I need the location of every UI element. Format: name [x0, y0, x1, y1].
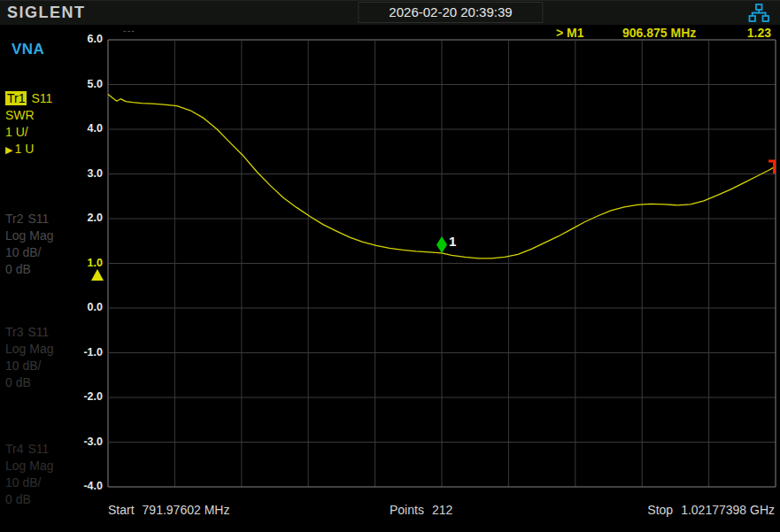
start-label: Start	[108, 503, 135, 517]
timestamp: 2026-02-20 20:39:39	[389, 4, 512, 19]
y-axis-tick-label: 5.0	[50, 78, 103, 90]
trace-sparam: S11	[27, 212, 49, 226]
y-axis-tick-label: 1.0	[50, 257, 103, 269]
app-mode-label: VNA	[12, 41, 44, 58]
brand-logo: SIGLENT	[7, 4, 86, 22]
title-bar: SIGLENT 2026-02-20 20:39:39	[0, 0, 780, 25]
reference-level-indicator[interactable]	[91, 269, 104, 281]
points-label: Points	[390, 503, 424, 517]
trace-id: Tr3	[5, 325, 23, 339]
trace-reference: 0 dB	[5, 374, 104, 391]
y-axis-tick-label: 0.0	[50, 301, 103, 313]
stop-value: 1.02177398 GHz	[681, 503, 775, 517]
trace-id: Tr1	[5, 91, 27, 105]
lan-network-icon[interactable]	[748, 4, 769, 23]
trace-legend-tr4[interactable]: Tr4S11 Log Mag 10 dB/ 0 dB	[5, 441, 104, 508]
trace-status-dashes: ---	[123, 25, 135, 35]
marker-readout-id: > M1	[556, 26, 584, 40]
stop-frequency-field[interactable]: Stop1.02177398 GHz	[647, 503, 775, 517]
trace-sparam: S11	[31, 91, 52, 105]
reference-arrow-icon: ▶	[5, 144, 12, 155]
y-axis-tick-label: 2.0	[50, 212, 103, 224]
trace-sparam: S11	[27, 442, 49, 456]
y-axis-tick-label: 4.0	[50, 122, 103, 135]
y-axis-tick-label: -1.0	[50, 346, 103, 359]
points-value: 212	[432, 503, 452, 517]
trace-id: Tr4	[5, 442, 23, 456]
start-value: 791.97602 MHz	[143, 503, 230, 517]
trace-scale: 10 dB/	[5, 358, 104, 374]
marker-number-label: 1	[449, 234, 456, 249]
trace-format: Log Mag	[5, 458, 104, 474]
trace-reference: 0 dB	[5, 491, 104, 508]
y-axis-tick-label: -2.0	[50, 390, 103, 403]
y-axis-tick-label: -3.0	[50, 436, 103, 448]
y-axis-tick-label: -4.0	[50, 480, 103, 492]
chart-plot-svg: 1	[108, 40, 776, 487]
y-axis-tick-label: 6.0	[50, 33, 103, 45]
stop-label: Stop	[647, 503, 673, 517]
trace-reference: 1 U	[14, 142, 34, 156]
timestamp-box[interactable]: 2026-02-20 20:39:39	[358, 2, 543, 23]
marker-readout-value: 1.23	[747, 26, 771, 40]
plot-area: 1	[108, 40, 776, 487]
marker-readout-frequency: 906.875 MHz	[622, 26, 696, 40]
trace-id: Tr2	[5, 212, 23, 226]
trace-sparam: S11	[27, 325, 49, 339]
trace-format: Log Mag	[5, 227, 104, 244]
marker-diamond[interactable]	[436, 236, 447, 253]
sweep-end-marker	[768, 161, 775, 173]
start-frequency-field[interactable]: Start791.97602 MHz	[108, 503, 229, 517]
points-field[interactable]: Points212	[390, 503, 452, 517]
y-axis-tick-label: 3.0	[50, 167, 103, 180]
